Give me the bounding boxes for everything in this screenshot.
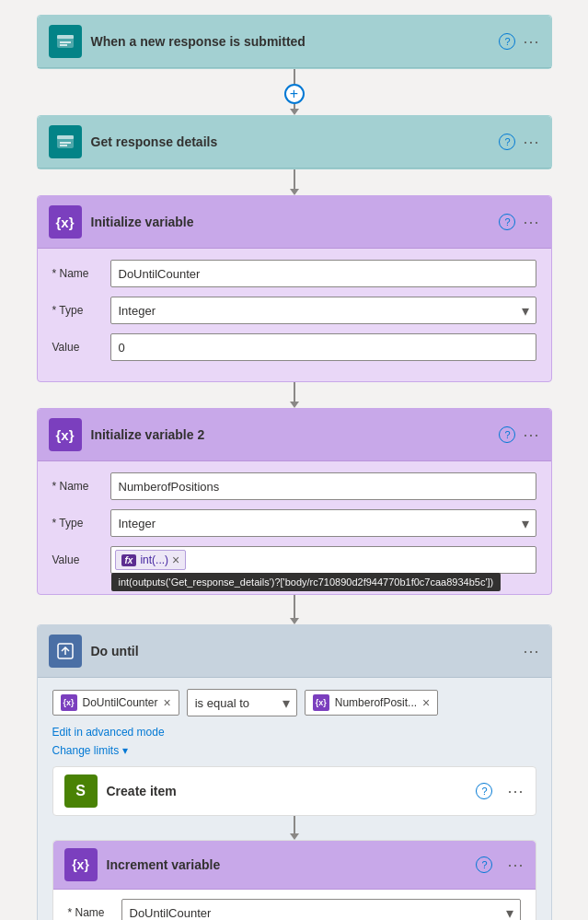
value-field-row: Value (52, 333, 536, 361)
arrow (290, 618, 299, 624)
trigger-help-icon[interactable]: ? (499, 33, 515, 50)
step-trigger: When a new response is submitted ? ··· (37, 15, 552, 69)
advanced-mode-link[interactable]: Edit in advanced mode (52, 726, 536, 739)
name-input[interactable] (110, 260, 536, 287)
svg-rect-1 (57, 35, 74, 39)
init-var2-body: * Name * Type Integer String ▾ Value fx (38, 461, 551, 594)
init-var-icon: {x} (49, 205, 82, 239)
arrow (290, 109, 299, 115)
create-item-more-icon[interactable]: ··· (507, 782, 524, 801)
do-until-title: Do until (91, 644, 514, 658)
trigger-title: When a new response is submitted (91, 34, 490, 49)
expression-tooltip: int(outputs('Get_response_details')?['bo… (111, 573, 502, 591)
type-select-2[interactable]: Integer String (110, 509, 536, 537)
get-response-title: Get response details (91, 134, 490, 149)
right-var-icon: {x} (313, 694, 329, 711)
incr-name-row: * Name DoUntilCounter NumberofPositions … (68, 899, 521, 920)
left-var-chip[interactable]: {x} DoUntilCounter × (52, 690, 179, 716)
nc-line (294, 816, 295, 833)
trigger-more-icon[interactable]: ··· (523, 32, 539, 52)
nested-create-item: S Create item ? ··· (52, 766, 536, 816)
init-var-actions: ? ··· (499, 213, 539, 232)
do-until-body: {x} DoUntilCounter × is equal to is not … (38, 678, 551, 920)
step-init-var: {x} Initialize variable ? ··· * Name * T… (37, 195, 552, 382)
init-var2-title: Initialize variable 2 (91, 427, 490, 442)
left-var-close[interactable]: × (164, 696, 171, 709)
value-input[interactable] (110, 333, 536, 361)
do-until-icon (49, 635, 82, 668)
incr-var-title: Increment variable (107, 857, 467, 872)
conn-line (294, 69, 295, 84)
conn-line (294, 169, 295, 189)
incr-name-select-wrapper: DoUntilCounter NumberofPositions ▾ (121, 899, 521, 920)
create-item-help-icon[interactable]: ? (476, 783, 492, 799)
type-select[interactable]: Integer String Boolean (110, 297, 536, 324)
do-until-actions: ··· (523, 642, 539, 661)
get-response-help-icon[interactable]: ? (499, 134, 515, 150)
create-item-title: Create item (107, 784, 467, 798)
expr-chip-label: int(...) (140, 553, 168, 566)
arrow (290, 402, 299, 408)
init-var-body: * Name * Type Integer String Boolean ▾ V… (38, 249, 551, 381)
incr-var-more-icon[interactable]: ··· (507, 856, 524, 875)
get-response-icon (49, 125, 82, 158)
conn-line (294, 382, 295, 402)
name-label: * Name (52, 267, 103, 280)
type-field-row-2: * Type Integer String ▾ (52, 509, 536, 537)
right-var-close[interactable]: × (422, 696, 430, 709)
incr-var-help-icon[interactable]: ? (476, 856, 492, 873)
value-expression-field: fx int(...) × int(outputs('Get_response_… (110, 546, 536, 574)
type-select-wrapper: Integer String Boolean ▾ (110, 297, 536, 324)
type-field-row: * Type Integer String Boolean ▾ (52, 297, 536, 324)
right-var-chip[interactable]: {x} NumberofPosit... × (305, 690, 439, 716)
name-field-row-2: * Name (52, 472, 536, 500)
get-response-more-icon[interactable]: ··· (523, 133, 539, 152)
value-label: Value (52, 341, 103, 354)
value-label-2: Value (52, 553, 103, 566)
add-step-btn-1[interactable]: + (284, 84, 305, 104)
right-var-label: NumberofPosit... (335, 696, 417, 709)
svg-rect-5 (57, 135, 74, 139)
nested-increment-var: {x} Increment variable ? ··· * Name DoUn… (52, 840, 536, 920)
incr-name-label: * Name (68, 906, 114, 919)
connector-2 (290, 169, 299, 195)
connector-1: + (284, 69, 305, 115)
incr-var-icon: {x} (64, 848, 98, 881)
flow-canvas: When a new response is submitted ? ··· + (0, 0, 588, 920)
operator-select[interactable]: is equal to is not equal to is greater t… (187, 689, 297, 716)
operator-wrapper: is equal to is not equal to is greater t… (187, 689, 297, 716)
name-label-2: * Name (52, 480, 103, 493)
type-label: * Type (52, 304, 103, 317)
init-var2-more-icon[interactable]: ··· (523, 425, 539, 445)
name-input-2[interactable] (110, 472, 536, 500)
init-var-title: Initialize variable (91, 215, 490, 229)
left-var-icon: {x} (61, 694, 77, 711)
get-response-actions: ? ··· (499, 133, 539, 152)
conn-line (294, 595, 295, 618)
condition-row: {x} DoUntilCounter × is equal to is not … (52, 689, 536, 716)
connector-4 (290, 595, 299, 624)
incr-name-select[interactable]: DoUntilCounter NumberofPositions (121, 899, 521, 920)
init-var-more-icon[interactable]: ··· (523, 213, 539, 232)
chevron-down-icon: ▾ (122, 744, 128, 757)
init-var-help-icon[interactable]: ? (499, 214, 515, 230)
value-field-row-2: Value fx int(...) × int(outputs('Get_res… (52, 546, 536, 574)
do-until-more-icon[interactable]: ··· (523, 642, 539, 661)
init-var2-help-icon[interactable]: ? (499, 426, 515, 443)
change-limits-btn[interactable]: Change limits ▾ (52, 744, 536, 757)
init-var2-icon: {x} (49, 418, 82, 451)
connector-3 (290, 382, 299, 408)
step-init-var2: {x} Initialize variable 2 ? ··· * Name *… (37, 408, 552, 595)
expression-chip[interactable]: fx int(...) × (115, 550, 187, 570)
trigger-actions: ? ··· (499, 32, 539, 52)
trigger-icon (49, 25, 82, 58)
step-do-until: Do until ··· {x} DoUntilCounter × is equ… (37, 624, 552, 920)
type-label-2: * Type (52, 517, 103, 530)
name-field-row: * Name (52, 260, 536, 287)
step-get-response: Get response details ? ··· (37, 115, 552, 169)
nc-arrow (290, 833, 299, 840)
left-var-label: DoUntilCounter (83, 696, 158, 709)
init-var2-actions: ? ··· (499, 425, 539, 445)
type-select-wrapper-2: Integer String ▾ (110, 509, 536, 537)
expr-chip-close[interactable]: × (172, 553, 179, 566)
